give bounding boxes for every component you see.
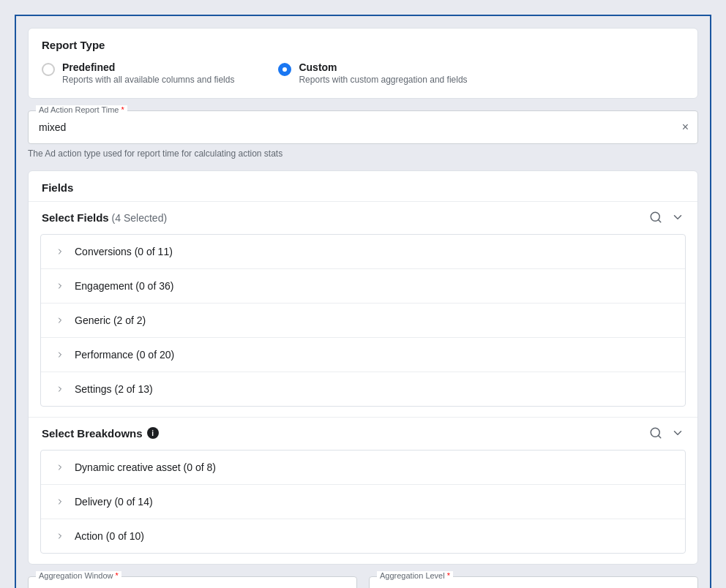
report-type-card: Report Type Predefined Reports with all … bbox=[28, 28, 698, 99]
accordion-label-delivery: Delivery (0 of 14) bbox=[75, 496, 153, 508]
accordion-label-generic: Generic (2 of 2) bbox=[75, 314, 146, 326]
predefined-option[interactable]: Predefined Reports with all available co… bbox=[42, 61, 234, 85]
fields-section-title: Fields bbox=[29, 171, 697, 201]
select-breakdowns-header: Select Breakdowns i bbox=[29, 417, 697, 442]
chevron-right-icon bbox=[53, 347, 67, 362]
predefined-label: Predefined bbox=[62, 61, 234, 73]
select-breakdowns-title: Select Breakdowns bbox=[42, 427, 143, 440]
breakdowns-info-icon[interactable]: i bbox=[147, 427, 159, 439]
radio-options: Predefined Reports with all available co… bbox=[42, 61, 684, 85]
ad-action-clear-button[interactable]: × bbox=[682, 121, 689, 133]
select-fields-icons bbox=[649, 211, 684, 224]
select-fields-header: Select Fields (4 Selected) bbox=[29, 201, 697, 227]
select-fields-search-button[interactable] bbox=[649, 211, 662, 224]
chevron-down-icon bbox=[671, 426, 684, 440]
select-breakdowns-collapse-button[interactable] bbox=[671, 426, 684, 440]
fields-card: Fields Select Fields (4 Selected) bbox=[28, 170, 698, 565]
custom-label: Custom bbox=[299, 61, 467, 73]
select-fields-header-row: Select Fields (4 Selected) bbox=[42, 211, 684, 224]
accordion-label-dynamic-creative: Dynamic creative asset (0 of 8) bbox=[75, 461, 216, 473]
chevron-right-icon bbox=[53, 313, 67, 328]
accordion-item-performance[interactable]: Performance (0 of 20) bbox=[41, 338, 685, 372]
aggregation-level-field[interactable]: Aggregation Level * Ad ID × bbox=[369, 576, 698, 588]
search-icon bbox=[649, 426, 662, 440]
svg-line-1 bbox=[658, 219, 660, 222]
fields-accordion-list: Conversions (0 of 11) Engagement (0 of 3… bbox=[40, 234, 686, 407]
chevron-right-icon bbox=[53, 460, 67, 475]
accordion-label-action: Action (0 of 10) bbox=[75, 530, 144, 542]
aggregation-window-field[interactable]: Aggregation Window * 1 Day × bbox=[28, 576, 357, 588]
aggregation-level-label: Aggregation Level * bbox=[377, 571, 453, 580]
breakdowns-accordion-list: Dynamic creative asset (0 of 8) Delivery… bbox=[40, 450, 686, 554]
ad-action-value: mixed bbox=[29, 111, 697, 143]
accordion-label-conversions: Conversions (0 of 11) bbox=[75, 246, 173, 257]
aggregation-window-wrapper: Aggregation Window * 1 Day × The duratio… bbox=[28, 576, 357, 588]
ad-action-help-text: The Ad action type used for report time … bbox=[28, 148, 698, 159]
accordion-item-delivery[interactable]: Delivery (0 of 14) bbox=[41, 485, 685, 519]
page-container: Report Type Predefined Reports with all … bbox=[15, 15, 711, 588]
chevron-right-icon bbox=[53, 382, 67, 396]
accordion-item-engagement[interactable]: Engagement (0 of 36) bbox=[41, 269, 685, 304]
accordion-label-engagement: Engagement (0 of 36) bbox=[75, 280, 173, 292]
aggregation-level-wrapper: Aggregation Level * Ad ID × The level at… bbox=[369, 576, 698, 588]
accordion-label-settings: Settings (2 of 13) bbox=[75, 383, 153, 395]
chevron-down-icon bbox=[671, 211, 684, 224]
select-fields-title-group: Select Fields (4 Selected) bbox=[42, 211, 167, 224]
report-type-title: Report Type bbox=[42, 39, 684, 51]
accordion-item-conversions[interactable]: Conversions (0 of 11) bbox=[41, 235, 685, 269]
predefined-desc: Reports with all available columns and f… bbox=[62, 75, 234, 85]
select-breakdowns-search-button[interactable] bbox=[649, 426, 662, 440]
accordion-label-performance: Performance (0 of 20) bbox=[75, 349, 174, 361]
accordion-item-dynamic-creative[interactable]: Dynamic creative asset (0 of 8) bbox=[41, 451, 685, 485]
svg-line-3 bbox=[658, 435, 660, 437]
ad-action-report-time-field[interactable]: Ad Action Report Time * mixed × bbox=[28, 110, 698, 144]
ad-action-report-time-wrapper: Ad Action Report Time * mixed × The Ad a… bbox=[28, 110, 698, 159]
chevron-right-icon bbox=[53, 279, 67, 293]
predefined-label-group: Predefined Reports with all available co… bbox=[62, 61, 234, 85]
bottom-fields-row: Aggregation Window * 1 Day × The duratio… bbox=[28, 576, 698, 588]
custom-option[interactable]: Custom Reports with custom aggregation a… bbox=[278, 61, 467, 85]
chevron-right-icon bbox=[53, 494, 67, 509]
select-fields-title: Select Fields bbox=[42, 211, 109, 224]
custom-radio[interactable] bbox=[278, 63, 291, 76]
chevron-right-icon bbox=[53, 529, 67, 543]
ad-action-label: Ad Action Report Time * bbox=[36, 105, 127, 114]
select-breakdowns-icons bbox=[649, 426, 684, 440]
accordion-item-settings[interactable]: Settings (2 of 13) bbox=[41, 372, 685, 406]
search-icon bbox=[649, 211, 662, 224]
select-breakdowns-header-row: Select Breakdowns i bbox=[42, 426, 684, 440]
custom-desc: Reports with custom aggregation and fiel… bbox=[299, 75, 467, 85]
chevron-right-icon bbox=[53, 244, 67, 259]
custom-label-group: Custom Reports with custom aggregation a… bbox=[299, 61, 467, 85]
accordion-item-generic[interactable]: Generic (2 of 2) bbox=[41, 304, 685, 338]
select-fields-badge: (4 Selected) bbox=[112, 212, 167, 224]
select-breakdowns-title-group: Select Breakdowns i bbox=[42, 427, 159, 440]
accordion-item-action[interactable]: Action (0 of 10) bbox=[41, 519, 685, 553]
predefined-radio[interactable] bbox=[42, 63, 55, 76]
select-fields-collapse-button[interactable] bbox=[671, 211, 684, 224]
aggregation-window-label: Aggregation Window * bbox=[36, 571, 121, 580]
